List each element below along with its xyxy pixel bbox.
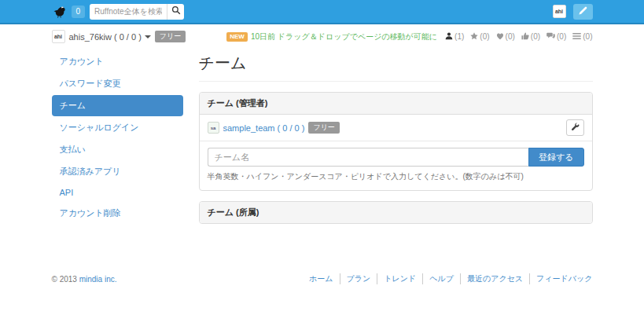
user-stats: (1) (0) (0) xyxy=(445,32,592,42)
user-avatar-small[interactable]: ahi xyxy=(52,30,65,43)
comment-icon xyxy=(546,32,555,42)
admin-panel-header: チーム (管理者) xyxy=(200,93,592,115)
stars-stat[interactable]: (0) xyxy=(470,32,489,42)
top-navbar: 0 ahi xyxy=(0,0,644,24)
sidebar-item-password[interactable]: パスワード変更 xyxy=(52,73,183,94)
team-row: sa sample_team ( 0 / 0 ) フリー xyxy=(200,115,592,141)
team-settings-button[interactable] xyxy=(566,119,584,136)
footer-link-trend[interactable]: トレンド xyxy=(384,274,416,283)
pencil-icon xyxy=(579,5,587,17)
sidebar-item-api[interactable]: API xyxy=(52,183,183,202)
person-icon xyxy=(445,32,453,42)
member-teams-panel: チーム (所属) xyxy=(199,201,593,224)
new-badge: NEW xyxy=(226,32,248,42)
team-plan-badge: フリー xyxy=(308,122,339,134)
followers-stat[interactable]: (1) xyxy=(445,32,464,42)
stat-count: (0) xyxy=(557,32,566,41)
sidebar-item-account[interactable]: アカウント xyxy=(52,51,183,72)
bird-logo-icon[interactable] xyxy=(52,4,68,20)
admin-teams-panel: チーム (管理者) sa sample_team ( 0 / 0 ) フリー xyxy=(199,92,593,191)
comments-stat[interactable]: (0) xyxy=(546,32,566,42)
notes-stat[interactable]: (0) xyxy=(572,32,592,42)
footer-link-home[interactable]: ホーム xyxy=(309,274,333,283)
search-button[interactable] xyxy=(167,4,184,20)
sidebar-item-authorized-apps[interactable]: 承認済みアプリ xyxy=(52,161,183,182)
page-title: チーム xyxy=(199,53,593,82)
search-input[interactable] xyxy=(90,4,167,20)
register-team-button[interactable]: 登録する xyxy=(528,148,584,167)
stat-count: (0) xyxy=(480,32,489,41)
team-name-input[interactable] xyxy=(208,148,528,167)
announcement-link[interactable]: 10日前 ドラッグ＆ドロップでページの移動が可能に xyxy=(251,31,437,42)
footer-link-feedback[interactable]: フィードバック xyxy=(536,274,592,283)
heart-icon xyxy=(496,32,504,42)
team-link[interactable]: sample_team ( 0 / 0 ) xyxy=(223,123,305,133)
stat-count: (0) xyxy=(583,32,592,41)
thumbs-up-icon xyxy=(521,32,529,42)
plan-badge: フリー xyxy=(155,31,186,42)
footer-link-recent-access[interactable]: 最近のアクセス xyxy=(467,274,523,283)
list-icon xyxy=(572,32,581,42)
user-dropdown[interactable]: ahis_76kiw ( 0 / 0 ) xyxy=(69,32,151,42)
wrench-icon xyxy=(571,122,580,134)
search-icon xyxy=(171,5,181,17)
sidebar-item-delete-account[interactable]: アカウント削除 xyxy=(52,203,183,224)
footer-links: ホーム プラン トレンド ヘルプ 最近のアクセス フィードバック xyxy=(303,273,592,284)
thumbs-up-stat[interactable]: (0) xyxy=(521,32,540,42)
chevron-down-icon xyxy=(145,35,151,38)
star-icon xyxy=(470,32,478,42)
new-page-button[interactable] xyxy=(573,4,593,20)
member-panel-header: チーム (所属) xyxy=(200,202,592,223)
settings-sidebar: アカウント パスワード変更 チーム ソーシャルログイン 支払い 承認済みアプリ … xyxy=(52,51,183,225)
stat-count: (0) xyxy=(506,32,515,41)
footer-link-help[interactable]: ヘルプ xyxy=(429,274,454,283)
username: ahis_76kiw ( 0 / 0 ) xyxy=(69,32,142,42)
subheader: ahi ahis_76kiw ( 0 / 0 ) フリー NEW 10日前 ドラ… xyxy=(52,30,593,43)
copyright: © 2013 mindia inc. xyxy=(52,275,117,284)
stat-count: (0) xyxy=(531,32,540,41)
team-avatar: sa xyxy=(208,122,219,134)
user-avatar[interactable]: ahi xyxy=(553,5,566,18)
footer: © 2013 mindia inc. ホーム プラン トレンド ヘルプ 最近のア… xyxy=(52,273,593,284)
notification-badge[interactable]: 0 xyxy=(72,5,86,18)
create-team-form: 登録する xyxy=(208,148,584,167)
sidebar-item-social-login[interactable]: ソーシャルログイン xyxy=(52,117,183,138)
stat-count: (1) xyxy=(454,32,464,41)
copyright-text: © 2013 xyxy=(52,275,77,284)
footer-link-plan[interactable]: プラン xyxy=(347,274,371,283)
team-name-help-text: 半角英数・ハイフン・アンダースコア・ピリオドで入力してください。(数字のみは不可… xyxy=(208,171,584,182)
company-link[interactable]: mindia inc. xyxy=(79,275,117,284)
sidebar-item-payment[interactable]: 支払い xyxy=(52,139,183,160)
global-search xyxy=(90,4,184,20)
likes-stat[interactable]: (0) xyxy=(496,32,515,42)
sidebar-item-team[interactable]: チーム xyxy=(52,95,183,116)
